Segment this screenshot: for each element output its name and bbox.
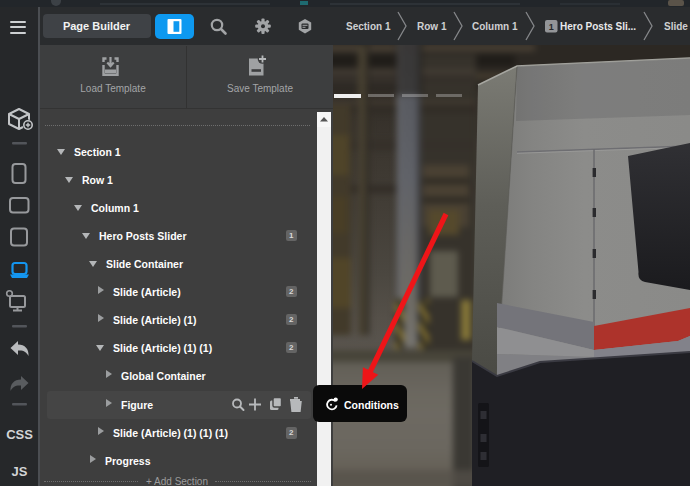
- svg-text:Conditions: Conditions: [344, 399, 399, 411]
- svg-text:Section 1: Section 1: [346, 21, 391, 32]
- svg-text:Column 1: Column 1: [472, 21, 518, 32]
- svg-text:JS: JS: [12, 464, 28, 479]
- svg-text:Hero Posts Sli...: Hero Posts Sli...: [560, 21, 636, 32]
- svg-text:1: 1: [549, 22, 554, 32]
- svg-text:Slide: Slide: [664, 21, 688, 32]
- svg-text:Row 1: Row 1: [417, 21, 447, 32]
- svg-text:CSS: CSS: [6, 427, 33, 442]
